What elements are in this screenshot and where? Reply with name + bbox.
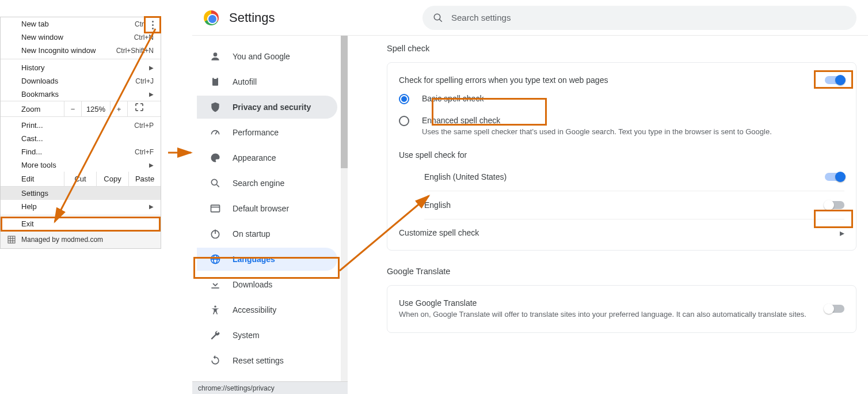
svg-point-5 (434, 14, 440, 20)
sidebar-item-downloads[interactable]: Downloads (197, 273, 337, 296)
sidebar-item-autofill[interactable]: Autofill (197, 70, 337, 93)
status-bar: chrome://settings/privacy (192, 381, 348, 394)
enhanced-spell-sublabel: Uses the same spell checker that's used … (422, 126, 844, 138)
wrench-icon (210, 329, 221, 341)
zoom-value: 125% (81, 101, 110, 116)
basic-spell-radio[interactable] (399, 94, 409, 104)
zoom-out-button[interactable]: − (64, 101, 81, 116)
menu-settings[interactable]: Settings (1, 187, 161, 200)
sidebar-item-reset[interactable]: Reset settings (197, 349, 337, 372)
managed-label: Managed by modmed.com (21, 236, 103, 244)
person-icon (210, 51, 221, 62)
sidebar-item-appearance[interactable]: Appearance (197, 146, 337, 169)
chevron-right-icon: ▶ (149, 91, 154, 97)
lang-en-toggle[interactable] (825, 201, 844, 209)
reset-icon (210, 355, 221, 366)
sidebar-item-performance[interactable]: Performance (197, 121, 337, 144)
menu-edit-row: Edit Cut Copy Paste (1, 172, 161, 187)
use-google-translate-label: Use Google Translate (399, 298, 825, 308)
fullscreen-button[interactable] (127, 101, 150, 116)
basic-spell-label: Basic spell check (422, 94, 844, 103)
enhanced-spell-radio[interactable] (399, 116, 409, 126)
menu-separator (1, 59, 161, 59)
svg-line-6 (439, 19, 442, 22)
power-icon (210, 228, 221, 240)
sidebar-item-default-browser[interactable]: Default browser (197, 197, 337, 220)
page-title: Settings (229, 10, 275, 25)
customize-spell-check-row[interactable]: Customize spell check ▸ (399, 219, 844, 241)
search-settings-input[interactable]: Search settings (422, 6, 856, 30)
paste-button[interactable]: Paste (128, 172, 161, 186)
sidebar-item-search-engine[interactable]: Search engine (197, 172, 337, 195)
lang-en-us-toggle[interactable] (825, 173, 844, 181)
accessibility-icon (210, 304, 221, 316)
app-header: Settings Search settings (192, 0, 868, 36)
svg-line-12 (217, 185, 219, 187)
spell-check-toggle[interactable] (825, 76, 844, 84)
chrome-menu-button[interactable] (144, 16, 161, 33)
settings-main-pane: Spell check Check for spelling errors wh… (341, 36, 868, 394)
cut-button[interactable]: Cut (64, 172, 96, 186)
copy-button[interactable]: Copy (96, 172, 128, 186)
chrome-context-menu: New tabCtrl+T New windowCtrl+N New Incog… (0, 17, 161, 249)
menu-downloads[interactable]: DownloadsCtrl+J (1, 74, 161, 88)
chrome-logo-icon (204, 10, 219, 25)
shield-icon (210, 101, 221, 113)
lang-en-label: English (424, 200, 825, 210)
search-icon (433, 13, 443, 23)
menu-find[interactable]: Find...Ctrl+F (1, 145, 161, 158)
chevron-right-icon: ▶ (149, 203, 154, 210)
svg-rect-9 (214, 77, 217, 79)
clipboard-icon (210, 76, 221, 88)
google-translate-heading: Google Translate (387, 267, 856, 276)
svg-line-10 (215, 131, 217, 134)
lang-en-us-label: English (United States) (424, 172, 825, 181)
settings-sidebar: You and Google Autofill Privacy and secu… (192, 36, 341, 394)
svg-point-20 (214, 306, 216, 308)
sidebar-item-you-and-google[interactable]: You and Google (197, 45, 337, 68)
svg-rect-0 (8, 236, 15, 243)
google-translate-card: Use Google Translate When on, Google Tra… (387, 285, 856, 334)
palette-icon (210, 152, 221, 164)
menu-help[interactable]: Help▶ (1, 200, 161, 213)
sidebar-item-on-startup[interactable]: On startup (197, 222, 337, 245)
sidebar-item-accessibility[interactable]: Accessibility (197, 298, 337, 321)
download-icon (210, 279, 221, 290)
menu-more-tools[interactable]: More tools▶ (1, 158, 161, 172)
menu-new-incognito[interactable]: New Incognito windowCtrl+Shift+N (1, 44, 161, 57)
chevron-right-icon: ▸ (840, 228, 844, 238)
sidebar-item-system[interactable]: System (197, 324, 337, 347)
menu-print[interactable]: Print...Ctrl+P (1, 119, 161, 132)
menu-managed-by[interactable]: Managed by modmed.com (1, 230, 161, 248)
menu-exit[interactable]: Exit (1, 217, 161, 230)
use-spell-check-for-label: Use spell check for (399, 150, 844, 160)
sidebar-item-languages[interactable]: Languages (197, 248, 337, 271)
svg-rect-8 (212, 78, 218, 85)
chevron-right-icon: ▶ (149, 162, 154, 168)
search-icon (210, 177, 221, 189)
edit-label: Edit (1, 175, 64, 183)
menu-history[interactable]: History▶ (1, 61, 161, 74)
menu-separator (1, 215, 161, 215)
speedometer-icon (210, 127, 221, 138)
use-google-translate-sublabel: When on, Google Translate will offer to … (399, 309, 825, 320)
zoom-label: Zoom (1, 105, 64, 113)
settings-window: Settings Search settings You and Google … (192, 0, 868, 394)
sidebar-item-privacy[interactable]: Privacy and security (197, 96, 337, 119)
browser-icon (210, 203, 221, 214)
globe-icon (210, 253, 221, 265)
svg-point-7 (214, 52, 218, 56)
spell-check-toggle-label: Check for spelling errors when you type … (399, 75, 825, 85)
search-placeholder: Search settings (451, 13, 511, 22)
menu-new-window[interactable]: New windowCtrl+N (1, 31, 161, 44)
svg-point-11 (211, 179, 217, 185)
google-translate-toggle[interactable] (825, 305, 844, 313)
building-icon (7, 236, 16, 244)
menu-new-tab[interactable]: New tabCtrl+T (1, 17, 161, 31)
menu-bookmarks[interactable]: Bookmarks▶ (1, 88, 161, 101)
menu-zoom: Zoom − 125% + (1, 101, 161, 117)
spell-check-card: Check for spelling errors when you type … (387, 62, 856, 251)
menu-cast[interactable]: Cast... (1, 132, 161, 145)
zoom-in-button[interactable]: + (110, 101, 127, 116)
spell-check-heading: Spell check (387, 44, 856, 53)
